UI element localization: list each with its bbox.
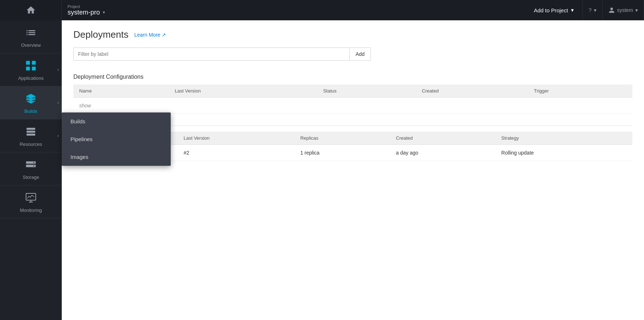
deployment-last-version: #2: [178, 145, 294, 161]
add-to-project-button[interactable]: Add to Project ▾: [525, 0, 583, 20]
svg-rect-11: [26, 165, 36, 167]
sidebar-item-overview[interactable]: Overview: [0, 20, 62, 53]
filter-input[interactable]: [73, 48, 349, 61]
home-button[interactable]: [0, 0, 62, 20]
sidebar-item-label: Applications: [18, 75, 44, 81]
sidebar: Overview Applications ›: [0, 20, 62, 320]
col-status: Status: [317, 85, 416, 98]
deployment-strategy: Rolling update: [495, 145, 632, 161]
col-trigger: Trigger: [528, 85, 632, 98]
sidebar-builds-chevron: ›: [57, 100, 59, 105]
svg-rect-8: [27, 131, 35, 132]
sidebar-applications-chevron: ›: [57, 67, 59, 72]
svg-point-13: [33, 165, 35, 167]
sidebar-item-monitoring[interactable]: Monitoring: [0, 185, 62, 218]
sidebar-item-label: Overview: [21, 42, 41, 48]
col-created: Created: [416, 85, 528, 98]
page-title-row: Deployments Learn More ↗: [73, 29, 632, 40]
add-button[interactable]: Add: [349, 48, 371, 61]
svg-marker-6: [26, 97, 36, 102]
col2-replicas: Replicas: [295, 132, 390, 145]
learn-more-link[interactable]: Learn More ↗: [134, 32, 166, 38]
user-label: system: [617, 7, 633, 13]
empty-state-text: show: [73, 98, 632, 114]
svg-rect-2: [26, 67, 30, 71]
sidebar-item-resources[interactable]: Resources ›: [0, 119, 62, 152]
table-row: show: [73, 98, 632, 114]
section1-heading: Deployment Configurations: [73, 69, 632, 85]
sidebar-item-label: Monitoring: [20, 208, 42, 213]
sidebar-item-builds[interactable]: Builds ›: [0, 86, 62, 119]
svg-rect-0: [26, 61, 30, 65]
home-icon: [26, 5, 36, 15]
col-last-version: Last Version: [169, 85, 317, 98]
project-dropdown-chevron: ▾: [103, 10, 105, 15]
svg-rect-9: [27, 134, 35, 135]
filter-row: Add: [73, 48, 632, 61]
flyout-item-pipelines[interactable]: Pipelines: [62, 130, 171, 148]
flyout-item-builds[interactable]: Builds: [62, 112, 171, 130]
builds-flyout-menu: Builds Pipelines Images: [62, 112, 171, 166]
table1-header: Name Last Version Status Created Trigger: [73, 85, 632, 98]
col2-strategy: Strategy: [495, 132, 632, 145]
overview-icon: [25, 27, 37, 40]
storage-icon: [25, 159, 37, 172]
header-right: Add to Project ▾ ? ▾ system ▾: [525, 0, 644, 20]
page-title: Deployments: [73, 29, 129, 40]
content-area: Deployments Learn More ↗ Add Deployment …: [62, 20, 644, 320]
svg-point-12: [33, 162, 35, 163]
top-header: Project system-pro ▾ Add to Project ▾ ? …: [0, 0, 644, 20]
flyout-item-images[interactable]: Images: [62, 148, 171, 166]
applications-icon: [25, 60, 37, 73]
col-name: Name: [73, 85, 169, 98]
deployment-configs-table: Name Last Version Status Created Trigger…: [73, 85, 632, 114]
sidebar-item-applications[interactable]: Applications ›: [0, 53, 62, 86]
project-info: Project system-pro ▾: [62, 4, 525, 16]
svg-rect-3: [32, 67, 36, 71]
sidebar-resources-chevron: ›: [57, 133, 59, 138]
resources-icon: [25, 126, 37, 139]
svg-rect-1: [32, 61, 36, 65]
monitoring-icon: [25, 192, 37, 205]
sidebar-item-storage[interactable]: Storage: [0, 152, 62, 185]
deployment-created: a day ago: [390, 145, 495, 161]
main-layout: Overview Applications ›: [0, 20, 644, 320]
external-link-icon: ↗: [162, 32, 166, 38]
user-icon: [608, 7, 615, 13]
project-label: Project: [68, 4, 519, 9]
sidebar-item-label: Resources: [20, 141, 42, 147]
svg-rect-10: [26, 161, 36, 164]
help-button[interactable]: ? ▾: [583, 0, 603, 20]
help-icon: ?: [589, 7, 592, 13]
project-name[interactable]: system-pro ▾: [68, 9, 519, 16]
col2-created: Created: [390, 132, 495, 145]
add-to-project-chevron: ▾: [571, 7, 574, 13]
col2-last-version: Last Version: [178, 132, 294, 145]
deployment-replicas: 1 replica: [295, 145, 390, 161]
help-chevron: ▾: [594, 7, 596, 13]
user-chevron: ▾: [635, 7, 638, 13]
sidebar-item-label: Storage: [23, 175, 39, 180]
svg-rect-7: [27, 128, 35, 130]
user-menu-button[interactable]: system ▾: [603, 0, 644, 20]
sidebar-item-label: Builds: [24, 108, 37, 114]
builds-icon: [25, 93, 37, 106]
